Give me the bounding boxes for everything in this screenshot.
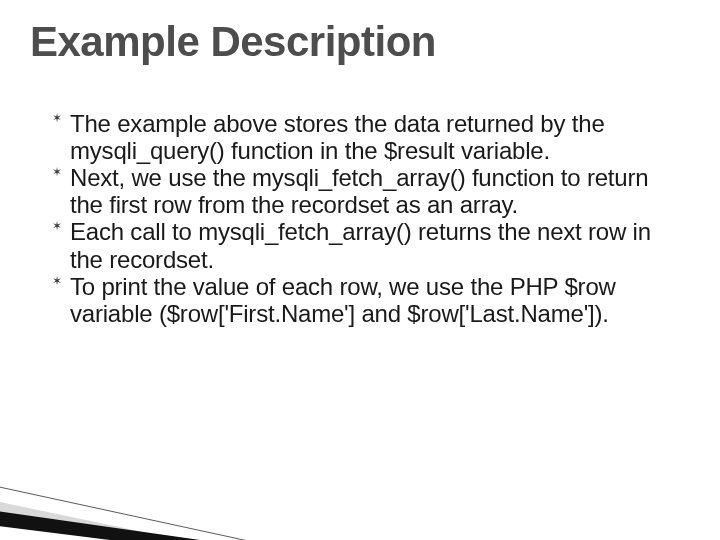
slide-body: The example above stores the data return… — [52, 110, 668, 327]
bullet-item: The example above stores the data return… — [52, 110, 668, 164]
svg-marker-1 — [0, 485, 290, 540]
svg-marker-3 — [0, 525, 190, 540]
svg-marker-2 — [0, 510, 270, 540]
slide: Example Description The example above st… — [0, 0, 720, 540]
bullet-item: To print the value of each row, we use t… — [52, 273, 668, 327]
svg-marker-0 — [0, 500, 230, 540]
slide-title: Example Description — [30, 18, 436, 66]
corner-graphic — [0, 430, 310, 540]
bullet-item: Each call to mysqli_fetch_array() return… — [52, 218, 668, 272]
bullet-item: Next, we use the mysqli_fetch_array() fu… — [52, 164, 668, 218]
